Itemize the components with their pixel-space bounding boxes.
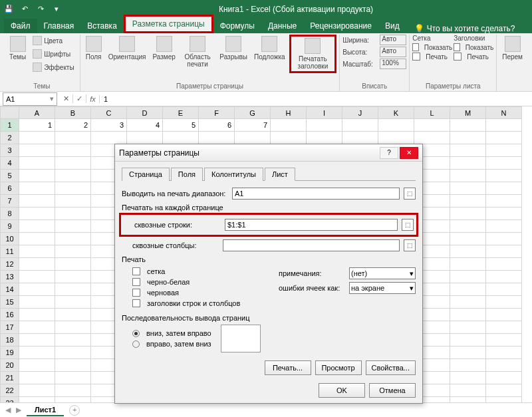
qat-dropdown-icon[interactable]: ▾ <box>51 3 63 15</box>
row-header[interactable]: 16 <box>1 309 19 321</box>
cell[interactable] <box>486 144 522 157</box>
cell[interactable] <box>55 359 91 372</box>
through-rows-input[interactable] <box>225 219 398 231</box>
cell[interactable] <box>450 321 486 334</box>
cell[interactable] <box>55 208 91 220</box>
cancel-formula-icon[interactable]: ✕ <box>60 94 73 103</box>
cell[interactable] <box>55 157 91 170</box>
themes-button[interactable]: Темы <box>7 35 29 62</box>
cell[interactable] <box>55 144 91 157</box>
row-header[interactable]: 3 <box>1 144 19 157</box>
col-header[interactable]: J <box>342 107 378 119</box>
cell[interactable] <box>486 296 522 309</box>
cell[interactable] <box>19 258 55 271</box>
cell[interactable] <box>19 195 55 208</box>
tab-review[interactable]: Рецензирование <box>303 19 378 33</box>
col-header[interactable]: K <box>378 107 414 119</box>
print-range-input[interactable] <box>232 188 400 200</box>
row-header[interactable]: 10 <box>1 233 19 245</box>
dlg-tab-sheet[interactable]: Лист <box>265 168 295 181</box>
print-range-selector-button[interactable]: ⬚ <box>404 188 416 200</box>
cell[interactable] <box>19 372 55 384</box>
cell[interactable] <box>55 283 91 296</box>
cell[interactable] <box>19 170 55 182</box>
cell[interactable]: 3 <box>91 119 127 132</box>
row-header[interactable]: 17 <box>1 321 19 334</box>
colors-button[interactable]: Цвета <box>30 35 76 47</box>
breaks-button[interactable]: Разрывы <box>217 35 250 62</box>
row-header[interactable]: 13 <box>1 271 19 283</box>
row-header[interactable]: 8 <box>1 208 19 220</box>
headings-view-checkbox[interactable] <box>454 43 460 51</box>
cell[interactable] <box>91 132 127 144</box>
cell[interactable] <box>450 372 486 384</box>
tell-me[interactable]: 💡 Что вы хотите сделать? <box>414 24 515 33</box>
cell[interactable] <box>19 157 55 170</box>
col-header[interactable]: I <box>307 107 342 119</box>
cell[interactable] <box>486 321 522 334</box>
col-header[interactable]: E <box>163 107 199 119</box>
cell[interactable] <box>450 208 486 220</box>
errors-select[interactable]: на экране▾ <box>349 282 416 294</box>
cell[interactable] <box>55 195 91 208</box>
cell[interactable] <box>450 182 486 195</box>
cell[interactable] <box>414 132 450 144</box>
cell[interactable] <box>486 245 522 258</box>
cell[interactable] <box>450 170 486 182</box>
print-button[interactable]: Печать... <box>265 360 311 375</box>
row-header[interactable]: 15 <box>1 296 19 309</box>
cell[interactable] <box>486 347 522 359</box>
width-input[interactable]: Авто <box>380 35 406 45</box>
preview-button[interactable]: Просмотр <box>315 360 362 375</box>
cell[interactable] <box>55 170 91 182</box>
cell[interactable]: 4 <box>127 119 163 132</box>
col-header[interactable]: C <box>91 107 127 119</box>
headings-print-checkbox[interactable] <box>454 53 462 61</box>
cell[interactable] <box>19 334 55 347</box>
add-sheet-button[interactable]: + <box>69 405 80 416</box>
cell[interactable] <box>19 233 55 245</box>
cell[interactable] <box>450 359 486 372</box>
cell[interactable] <box>450 245 486 258</box>
effects-button[interactable]: Эффекты <box>30 61 76 73</box>
size-button[interactable]: Размер <box>150 35 178 62</box>
cell[interactable] <box>450 347 486 359</box>
scale-input[interactable]: 100% <box>380 59 406 69</box>
name-box[interactable]: A1▾ <box>3 92 57 106</box>
cell[interactable] <box>55 296 91 309</box>
cell[interactable] <box>486 384 522 397</box>
gridlines-view-checkbox[interactable] <box>412 43 418 51</box>
cell[interactable]: 7 <box>235 119 271 132</box>
row-header[interactable]: 14 <box>1 283 19 296</box>
row-header[interactable]: 19 <box>1 347 19 359</box>
through-rows-selector-button[interactable]: ⬚ <box>402 219 414 231</box>
comments-select[interactable]: (нет)▾ <box>349 267 416 279</box>
headers-checkbox[interactable] <box>132 299 140 307</box>
through-cols-input[interactable] <box>223 239 400 251</box>
sheet-tab-1[interactable]: Лист1 <box>27 404 64 416</box>
cell[interactable] <box>450 296 486 309</box>
cell[interactable] <box>271 119 307 132</box>
cell[interactable] <box>450 157 486 170</box>
cell[interactable] <box>127 132 163 144</box>
cell[interactable] <box>19 384 55 397</box>
cell[interactable] <box>19 271 55 283</box>
cell[interactable] <box>19 296 55 309</box>
cell[interactable]: 5 <box>163 119 199 132</box>
cell[interactable] <box>414 119 450 132</box>
redo-icon[interactable]: ↷ <box>35 3 47 15</box>
print-titles-button[interactable]: Печатать заголовки <box>289 35 337 73</box>
col-header[interactable]: G <box>235 107 271 119</box>
cell[interactable] <box>19 347 55 359</box>
height-input[interactable]: Авто <box>380 47 406 57</box>
row-header[interactable]: 18 <box>1 334 19 347</box>
cell[interactable]: 6 <box>199 119 235 132</box>
cell[interactable] <box>486 132 522 144</box>
row-header[interactable]: 12 <box>1 258 19 271</box>
col-header[interactable]: A <box>19 107 55 119</box>
dlg-tab-header[interactable]: Колонтитулы <box>204 168 263 181</box>
cell[interactable]: 2 <box>55 119 91 132</box>
dlg-tab-page[interactable]: Страница <box>122 168 170 181</box>
print-area-button[interactable]: Область печати <box>180 35 216 69</box>
cell[interactable] <box>55 258 91 271</box>
